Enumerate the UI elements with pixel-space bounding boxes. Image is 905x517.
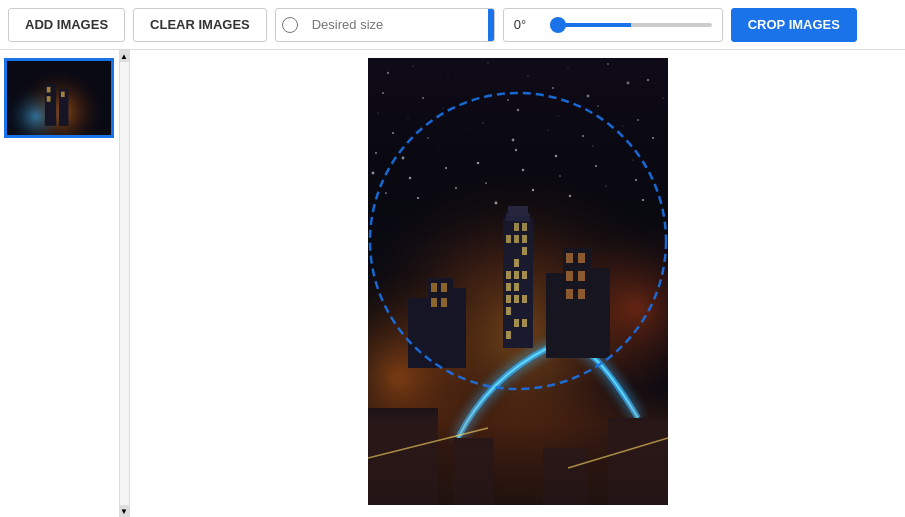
sidebar-scroll-up[interactable]: ▲ bbox=[119, 50, 129, 62]
desired-size-radio[interactable] bbox=[282, 17, 298, 33]
thumbnail-item[interactable] bbox=[4, 58, 114, 138]
desired-size-control: ▼ bbox=[275, 8, 495, 42]
add-images-button[interactable]: ADD IMAGES bbox=[8, 8, 125, 42]
image-sidebar: ▲ ▼ bbox=[0, 50, 130, 517]
main-area: ▲ ▼ bbox=[0, 50, 905, 517]
canvas-area bbox=[130, 50, 905, 517]
rotation-control: 0° bbox=[503, 8, 723, 42]
scroll-up-icon: ▲ bbox=[120, 52, 128, 61]
desired-size-input[interactable] bbox=[304, 9, 488, 41]
sidebar-scroll-down[interactable]: ▼ bbox=[119, 505, 129, 517]
clear-images-button[interactable]: CLEAR IMAGES bbox=[133, 8, 267, 42]
rotation-label: 0° bbox=[514, 17, 542, 32]
scroll-down-icon: ▼ bbox=[120, 507, 128, 516]
desired-size-dropdown[interactable]: ▼ bbox=[488, 9, 495, 41]
toolbar: ADD IMAGES CLEAR IMAGES ▼ 0° CROP IMAGES bbox=[0, 0, 905, 50]
sidebar-scrollbar-track: ▲ ▼ bbox=[119, 50, 129, 517]
main-image-canvas bbox=[368, 58, 668, 505]
image-container[interactable] bbox=[368, 58, 668, 505]
thumbnail-canvas bbox=[7, 61, 111, 135]
rotation-slider[interactable] bbox=[550, 23, 712, 27]
crop-images-button[interactable]: CROP IMAGES bbox=[731, 8, 857, 42]
